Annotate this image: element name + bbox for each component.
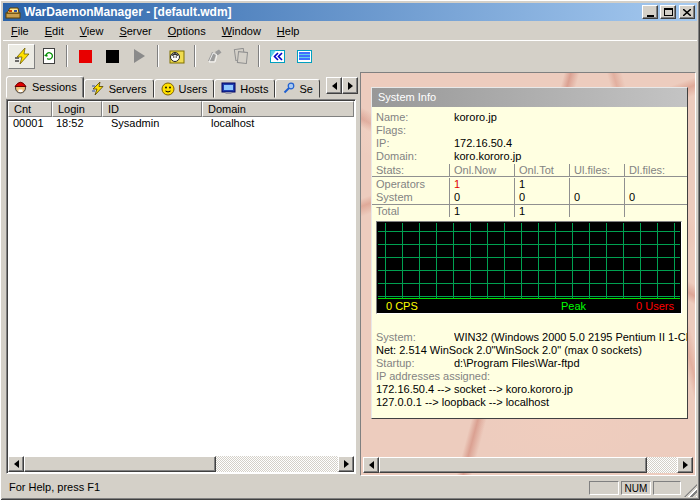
rewind-messages-icon [269,49,286,64]
menu-server[interactable]: Server [111,23,159,39]
row-label: System [372,191,449,204]
ip-label: IP: [376,137,389,149]
start-button[interactable] [126,44,153,69]
column-header-id[interactable]: ID [102,101,202,117]
log-lines-icon [296,49,313,64]
menu-bar: File Edit View Server Options Window Hel… [3,21,697,40]
menu-help[interactable]: Help [269,23,308,39]
row-label: Total [372,205,449,217]
lightning-icon [91,82,105,95]
tab-scroll-left-button[interactable] [326,77,342,94]
system-info-horizontal-scrollbar[interactable] [363,457,693,473]
status-pane-num: NUM [621,481,651,495]
ip-assignment-line: 172.16.50.4 --> socket --> koro.kororo.j… [376,383,573,395]
operators-dl [624,178,687,191]
column-header-cnt[interactable]: Cnt [8,101,52,117]
copy-button[interactable] [227,44,254,69]
minimize-button[interactable] [642,5,658,19]
ip-assignment-line: 127.0.0.1 --> loopback --> localhost [376,396,549,408]
app-window: WarDaemonManager - [default.wdm] File Ed… [0,0,700,500]
monitor-icon [221,82,236,95]
menu-file[interactable]: File [3,23,37,39]
tab-scroll-right-button[interactable] [342,77,358,94]
user-accounts-button[interactable] [163,44,190,69]
lightning-plug-icon [13,48,31,65]
sessions-pane: Sessions Servers [4,72,358,476]
stats-row-total: Total 1 1 [372,204,687,217]
tab-scroll-buttons [326,77,358,94]
col-dl-files: Dl.files: [624,164,687,176]
stats-label: Stats: [372,164,449,176]
menu-edit[interactable]: Edit [37,23,72,39]
session-cnt: 00001 [8,117,52,131]
stats-row-system: System 0 0 0 0 [372,191,687,204]
toolbar-separator [258,45,260,67]
total-onl-now: 1 [449,205,514,217]
toolbar-separator [157,45,159,67]
arrow-left-icon [332,82,337,90]
toolbar [3,40,697,71]
menu-window[interactable]: Window [214,23,269,39]
arrow-right-icon [348,82,353,90]
row-label: Operators [372,178,449,191]
domain-value: koro.kororo.jp [454,150,521,162]
scroll-left-button[interactable] [8,456,24,472]
close-button[interactable] [679,5,695,19]
column-header-domain[interactable]: Domain [202,101,354,117]
play-icon [134,49,145,63]
arrow-left-icon [14,460,19,468]
traffic-graph: 0 CPS Peak 0 Users [376,221,682,314]
menu-view[interactable]: View [72,23,112,39]
connect-button[interactable] [8,44,35,69]
scrollbar-thumb[interactable] [379,457,647,473]
stop-red-button[interactable] [72,44,99,69]
stop-black-button[interactable] [99,44,126,69]
arrow-right-icon [344,460,349,468]
tab-label: Servers [109,83,147,95]
scroll-right-button[interactable] [677,457,693,473]
tab-hosts[interactable]: Hosts [214,79,275,98]
menu-options[interactable]: Options [160,23,214,39]
sessions-horizontal-scrollbar[interactable] [8,456,354,472]
messages-button[interactable] [264,44,291,69]
tab-sessions[interactable]: Sessions [6,76,84,98]
arrow-right-icon [683,461,688,469]
toolbar-separator [66,45,68,67]
status-help-text: For Help, press F1 [9,481,100,493]
status-pane-cap [589,481,619,495]
title-bar: WarDaemonManager - [default.wdm] [3,3,697,21]
session-id: Sysadmin [102,117,202,131]
status-pane-scrl [653,481,681,495]
system-onl-now: 0 [449,191,514,204]
refresh-servers-button[interactable] [35,44,62,69]
stats-row-operators: Operators 1 1 [372,178,687,191]
toolbar-separator [194,45,196,67]
scrollbar-thumb[interactable] [24,456,216,472]
col-ul-files: Ul.files: [569,164,624,176]
tab-security[interactable]: Se [275,79,319,98]
session-domain: localhost [202,117,354,131]
startup-label: Startup: [376,357,415,369]
scroll-left-button[interactable] [363,457,379,473]
kick-user-button[interactable] [200,44,227,69]
ip-assigned-heading: IP addresses assigned: [376,370,490,382]
maximize-button[interactable] [660,5,676,19]
operator-icon [13,80,28,94]
system-info-header: System Info [372,88,687,107]
session-row[interactable]: 00001 18:52 Sysadmin localhost [8,117,354,131]
refresh-document-icon [41,48,57,64]
tab-users[interactable]: Users [154,79,215,98]
graph-grid [378,223,680,298]
col-onl-tot: Onl.Tot [514,164,569,176]
scroll-right-button[interactable] [338,456,354,472]
users-label: 0 Users [636,300,674,312]
tab-servers[interactable]: Servers [84,79,154,98]
view-log-button[interactable] [291,44,318,69]
system-dl: 0 [624,191,687,204]
session-login: 18:52 [52,117,102,131]
resize-grip[interactable] [684,484,697,497]
column-header-login[interactable]: Login [52,101,102,117]
system-onl-tot: 0 [514,191,569,204]
system-info-window: System Info Name: kororo.jp Flags: IP: 1… [360,72,696,476]
minimize-icon [647,15,654,17]
